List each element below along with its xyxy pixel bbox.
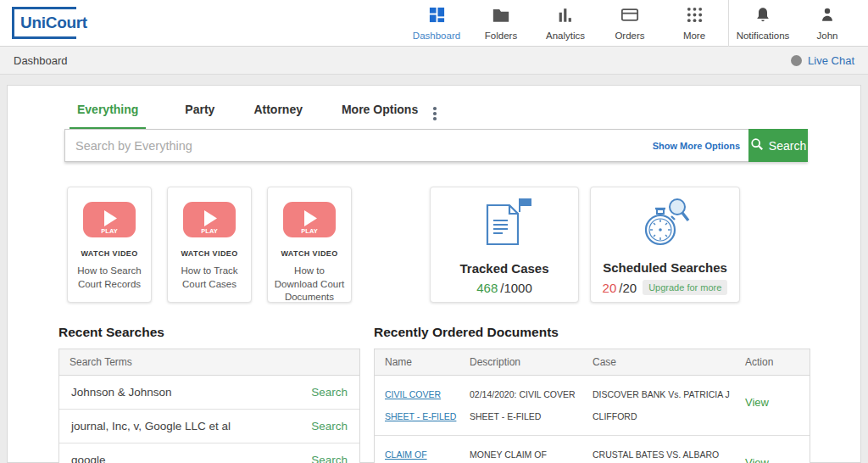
svg-text:PLAY: PLAY <box>301 227 317 235</box>
nav-item-analytics[interactable]: Analytics <box>533 0 598 47</box>
svg-text:PLAY: PLAY <box>201 227 217 235</box>
document-description: MONEY CLAIM OF PLAINTIFF FOR $1,500.00 F… <box>470 443 593 463</box>
search-term: journal, Inc, v, Google LLC et al <box>71 420 231 432</box>
cards-row: PLAY WATCH VIDEO How to Search Court Rec… <box>67 187 860 303</box>
svg-text:PLAY: PLAY <box>101 227 117 235</box>
tracked-used: 468 <box>476 281 498 295</box>
column-case: Case <box>593 356 745 368</box>
bottom-section: Recent Searches Search Terms Johnson & J… <box>58 325 860 463</box>
stopwatch-magnifier-icon <box>635 194 696 255</box>
breadcrumb-bar: Dashboard Live Chat <box>0 47 868 75</box>
nav-label: Folders <box>485 31 517 41</box>
column-action: Action <box>745 356 796 368</box>
search-input[interactable] <box>75 139 644 153</box>
logo-text: UniCourt <box>20 14 91 32</box>
search-tabs: Everything Party Attorney More Options <box>77 103 860 129</box>
tracked-cases-card[interactable]: Tracked Cases 468 /1000 <box>430 187 579 303</box>
live-chat-status-icon <box>791 55 802 66</box>
dots-grid-icon <box>686 6 704 27</box>
credit-card-icon <box>620 6 639 27</box>
document-description: 02/14/2020: CIVIL COVER SHEET - E-FILED <box>470 383 593 427</box>
nav-item-notifications[interactable]: Notifications <box>731 0 795 47</box>
video-card-search-records[interactable]: PLAY WATCH VIDEO How to Search Court Rec… <box>67 187 152 303</box>
view-link[interactable]: View <box>745 452 769 463</box>
live-chat-label: Live Chat <box>808 54 854 67</box>
scheduled-searches-title: Scheduled Searches <box>603 260 727 275</box>
table-row: journal, Inc, v, Google LLC et al Search <box>59 410 359 443</box>
unicourt-logo[interactable]: UniCourt <box>12 7 76 39</box>
nav-label: Orders <box>615 31 644 41</box>
dashboard-card: Everything Party Attorney More Options S… <box>7 85 861 463</box>
scheduled-limit: /20 <box>619 281 637 295</box>
scheduled-searches-card[interactable]: Scheduled Searches 20 /20 Upgrade for mo… <box>590 187 740 303</box>
folder-icon <box>492 6 510 27</box>
video-card-track-cases[interactable]: PLAY WATCH VIDEO How to Track Court Case… <box>167 187 252 303</box>
search-bar: Show More Options Search <box>64 129 808 162</box>
recent-searches-section: Recent Searches Search Terms Johnson & J… <box>58 325 360 463</box>
nav-item-dashboard[interactable]: Dashboard <box>404 0 469 47</box>
column-name: Name <box>385 356 470 368</box>
tab-more-options[interactable]: More Options <box>342 103 418 127</box>
nav-label: John <box>817 31 838 41</box>
search-again-link[interactable]: Search <box>311 454 348 463</box>
video-title: How to Track Court Cases <box>168 265 251 291</box>
search-again-link[interactable]: Search <box>311 386 348 399</box>
play-icon: PLAY <box>82 201 136 242</box>
recent-searches-table: Search Terms Johnson & Johnson Search jo… <box>58 349 360 463</box>
watch-video-label: WATCH VIDEO <box>281 249 337 258</box>
upgrade-link[interactable]: Upgrade for more <box>643 280 727 295</box>
tab-everything[interactable]: Everything <box>70 103 146 129</box>
video-title: How to Search Court Records <box>68 265 151 291</box>
ordered-documents-table: Name Description Case Action CIVIL COVER… <box>374 349 810 463</box>
search-icon <box>750 137 764 153</box>
show-more-options-link[interactable]: Show More Options <box>653 141 740 151</box>
search-button[interactable]: Search <box>748 129 808 162</box>
column-description: Description <box>470 356 593 368</box>
ordered-documents-header: Name Description Case Action <box>375 349 810 376</box>
bar-chart-icon <box>556 6 575 27</box>
nav-item-folders[interactable]: Folders <box>469 0 533 47</box>
recent-searches-header: Search Terms <box>59 349 359 376</box>
document-case: CRUSTAL BATES VS. ALBARO LOPEZ DBA AL'S … <box>593 443 745 463</box>
video-card-download-documents[interactable]: PLAY WATCH VIDEO How to Download Court D… <box>267 187 352 303</box>
tab-party[interactable]: Party <box>185 103 214 127</box>
play-icon: PLAY <box>182 201 236 242</box>
tab-attorney[interactable]: Attorney <box>253 103 303 127</box>
nav-item-orders[interactable]: Orders <box>598 0 662 47</box>
nav-item-more[interactable]: More <box>662 0 726 47</box>
search-term: google <box>71 454 106 463</box>
kebab-menu-icon[interactable] <box>428 104 442 123</box>
tracked-cases-count: 468 /1000 <box>476 281 532 295</box>
scheduled-searches-count: 20 /20 Upgrade for more <box>603 280 728 295</box>
dashboard-grid-icon <box>428 6 446 27</box>
video-title: How to Download Court Documents <box>268 265 351 304</box>
search-button-label: Search <box>769 139 806 153</box>
nav-label: Dashboard <box>413 31 460 41</box>
table-row: CLAIM OF PLAINTIFF MONEY CLAIM OF PLAINT… <box>375 436 810 463</box>
watch-video-label: WATCH VIDEO <box>181 249 237 258</box>
main-content: Everything Party Attorney More Options S… <box>0 75 868 463</box>
search-again-link[interactable]: Search <box>311 420 348 432</box>
nav-label: Analytics <box>546 31 585 41</box>
nav-item-user[interactable]: John <box>795 0 860 47</box>
document-flag-icon <box>474 195 535 256</box>
document-link[interactable]: CLAIM OF PLAINTIFF <box>385 449 430 463</box>
document-link[interactable]: CIVIL COVER SHEET - E-FILED <box>385 389 456 421</box>
live-chat-button[interactable]: Live Chat <box>791 54 854 67</box>
view-link[interactable]: View <box>745 392 769 414</box>
top-bar: UniCourt Dashboard Folders Analytics Ord… <box>0 0 868 47</box>
primary-nav: Dashboard Folders Analytics Orders More <box>404 0 860 47</box>
bell-icon <box>754 6 771 27</box>
person-icon <box>819 6 836 27</box>
scheduled-used: 20 <box>603 281 617 295</box>
search-input-wrap: Show More Options <box>64 129 748 162</box>
document-case: DISCOVER BANK Vs. PATRICIA J CLIFFORD <box>593 383 745 427</box>
column-search-terms: Search Terms <box>70 356 132 368</box>
nav-label: Notifications <box>737 31 790 41</box>
watch-video-label: WATCH VIDEO <box>81 249 137 258</box>
table-row: Johnson & Johnson Search <box>59 376 359 410</box>
breadcrumb: Dashboard <box>14 54 68 67</box>
ordered-documents-section: Recently Ordered Documents Name Descript… <box>374 325 810 463</box>
nav-label: More <box>683 31 705 41</box>
table-row: CIVIL COVER SHEET - E-FILED 02/14/2020: … <box>375 376 810 436</box>
